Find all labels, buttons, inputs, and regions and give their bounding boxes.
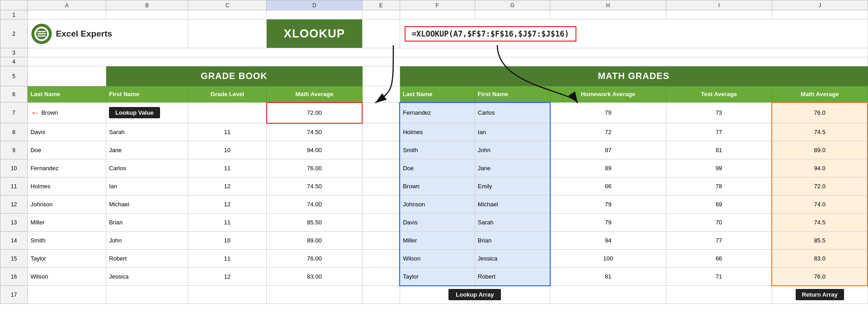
- cell-g8: Ian: [475, 123, 550, 141]
- rownum-2: 2: [0, 19, 28, 48]
- col-header-c: C: [188, 0, 267, 10]
- cell-d1: [267, 10, 362, 19]
- row-5: 5 GRADE BOOK MATH GRADES: [0, 66, 868, 86]
- cell-c9: 10: [188, 141, 267, 159]
- math-grades-title: MATH GRADES: [598, 71, 669, 81]
- cell-g11: Emily: [475, 177, 550, 195]
- cell-g9: John: [475, 141, 550, 159]
- row-15: 15 Taylor Robert 11 76.00 Wilson Jessica…: [0, 250, 868, 268]
- cell-b15: Robert: [106, 250, 188, 268]
- row-13: 13 Miller Brian 11 85.50 Davis Sarah 79 …: [0, 214, 868, 232]
- cell-i8: 77: [666, 123, 772, 141]
- cell-c2: [188, 19, 267, 48]
- cell-j7: 76.0: [772, 102, 868, 123]
- row-4: 4: [0, 57, 868, 66]
- gb-row7-math: 72.00: [307, 109, 322, 116]
- cell-c8: 11: [188, 123, 267, 141]
- row4-cells: [28, 57, 868, 66]
- cell-b17: [106, 286, 188, 304]
- cell-d10: 76.00: [267, 159, 362, 177]
- formula-text: =XLOOKUP(A7,$F$7:$F$16,$J$7:$J$16): [412, 29, 569, 38]
- cell-h11: 66: [550, 177, 666, 195]
- row-3: 3: [0, 48, 868, 57]
- cell-h7: 79: [550, 102, 666, 123]
- rownum-16: 16: [0, 268, 28, 286]
- gb-col-last: Last Name: [28, 86, 106, 102]
- cell-e11: [362, 177, 400, 195]
- row-8: 8 Davis Sarah 11 74.50 Holmes Ian 72 77 …: [0, 123, 868, 141]
- cell-a14: Smith: [28, 232, 106, 250]
- grade-book-header: GRADE BOOK: [106, 66, 362, 86]
- cell-h15: 100: [550, 250, 666, 268]
- cell-c12: 12: [188, 195, 267, 214]
- cell-h13: 79: [550, 214, 666, 232]
- cell-h9: 97: [550, 141, 666, 159]
- cell-f7: Fernandez: [400, 102, 475, 123]
- cell-i10: 99: [666, 159, 772, 177]
- rownum-4: 4: [0, 57, 28, 66]
- cell-e1: [362, 10, 400, 19]
- spreadsheet-wrapper: A B C D E F G H I J 1: [0, 0, 868, 321]
- cell-f16: Taylor: [400, 268, 475, 286]
- cell-d12: 74.00: [267, 195, 362, 214]
- rownum-6: 6: [0, 86, 28, 102]
- lookup-value-tooltip: Lookup Value: [109, 107, 160, 118]
- cell-b10: Carlos: [106, 159, 188, 177]
- cell-e10: [362, 159, 400, 177]
- cell-e15: [362, 250, 400, 268]
- cell-f11: Brown: [400, 177, 475, 195]
- cell-f14: Miller: [400, 232, 475, 250]
- cell-a9: Doe: [28, 141, 106, 159]
- cell-a16: Wilson: [28, 268, 106, 286]
- return-array-label: Return Array: [796, 289, 844, 300]
- rownum-3: 3: [0, 48, 28, 57]
- cell-i9: 81: [666, 141, 772, 159]
- cell-b7: Lookup Value: [106, 102, 188, 123]
- cell-h10: 89: [550, 159, 666, 177]
- col-header-g: G: [475, 0, 550, 10]
- cell-d8: 74.50: [267, 123, 362, 141]
- row-7: 7 ← Brown Lookup Value: [0, 102, 868, 123]
- cell-h8: 72: [550, 123, 666, 141]
- cell-e13: [362, 214, 400, 232]
- cell-g10: Jane: [475, 159, 550, 177]
- cell-i11: 78: [666, 177, 772, 195]
- mg-row7-last: Fernandez: [403, 109, 431, 116]
- logo-cell: Excel Experts: [28, 19, 188, 48]
- mg-col-first: First Name: [475, 86, 550, 102]
- cell-f13: Davis: [400, 214, 475, 232]
- cell-j8: 74.5: [772, 123, 868, 141]
- cell-a17: [28, 286, 106, 304]
- cell-g15: Jessica: [475, 250, 550, 268]
- cell-i12: 69: [666, 195, 772, 214]
- rownum-5: 5: [0, 66, 28, 86]
- cell-j17: Return Array: [772, 286, 868, 304]
- math-grades-header: MATH GRADES: [400, 66, 868, 86]
- rownum-15: 15: [0, 250, 28, 268]
- cell-f9: Smith: [400, 141, 475, 159]
- rownum-13: 13: [0, 214, 28, 232]
- cell-a12: Johnson: [28, 195, 106, 214]
- col-header-row: A B C D E F G H I J: [0, 0, 868, 10]
- cell-f8: Holmes: [400, 123, 475, 141]
- cell-j14: 85.5: [772, 232, 868, 250]
- cell-d17: [267, 286, 362, 304]
- cell-j16: 76.0: [772, 268, 868, 286]
- corner-cell: [0, 0, 28, 10]
- mg-col-matavg: Math Average: [772, 86, 868, 102]
- cell-d16: 83.00: [267, 268, 362, 286]
- xlookup-title: XLOOKUP: [284, 27, 345, 40]
- cell-f12: Johnson: [400, 195, 475, 214]
- rownum-11: 11: [0, 177, 28, 195]
- mg-row7-math: 76.0: [814, 109, 826, 116]
- cell-a13: Miller: [28, 214, 106, 232]
- row-11: 11 Holmes Ian 12 74.50 Brown Emily 66 78…: [0, 177, 868, 195]
- row3-cells: [28, 48, 868, 57]
- cell-e5: [362, 66, 400, 86]
- cell-i15: 66: [666, 250, 772, 268]
- col-header-a: A: [28, 0, 106, 10]
- cell-h16: 81: [550, 268, 666, 286]
- rownum-7: 7: [0, 102, 28, 123]
- cell-a15: Taylor: [28, 250, 106, 268]
- row-2: 2: [0, 19, 868, 48]
